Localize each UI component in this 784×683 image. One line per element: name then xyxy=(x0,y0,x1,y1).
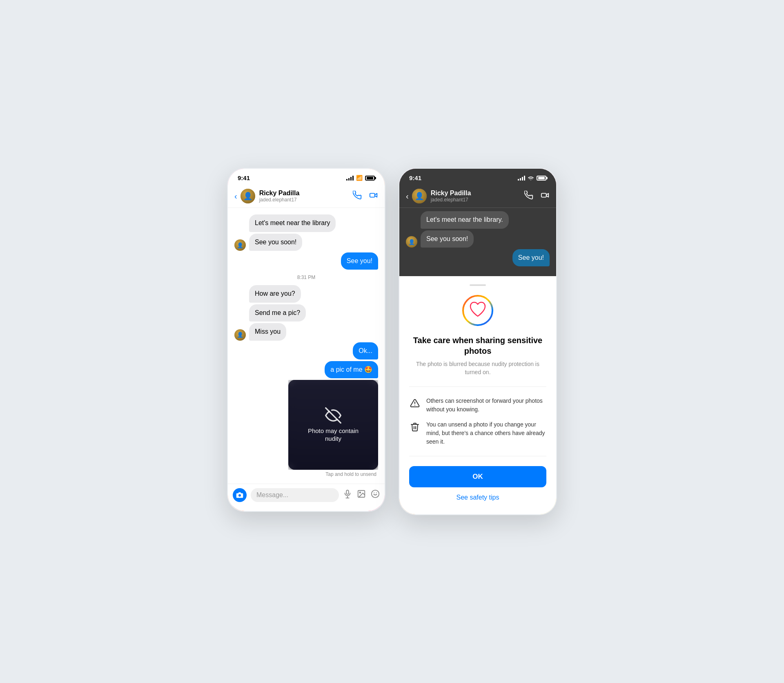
svg-point-2 xyxy=(238,494,241,497)
left-phone: 9:41 📶 ‹ 👤 Ricky Padilla jaded.elephant1… xyxy=(227,167,386,512)
contact-avatar: 👤 xyxy=(241,189,255,203)
bottom-sheet: Take care when sharing sensitive photos … xyxy=(399,276,556,514)
right-contact-username: jaded.elephant17 xyxy=(431,197,524,203)
trash-icon xyxy=(409,421,421,433)
message-row-7: Ok... xyxy=(234,342,378,359)
message-7: Ok... xyxy=(353,342,378,359)
safety-tips-link[interactable]: See safety tips xyxy=(409,494,546,501)
message-5: Send me a pic? xyxy=(249,304,306,321)
message-6: Miss you xyxy=(249,323,286,340)
signal-icon xyxy=(346,176,354,181)
message-2: See you soon! xyxy=(249,234,302,251)
contact-info: Ricky Padilla jaded.elephant17 xyxy=(259,190,353,203)
header-actions xyxy=(353,191,378,202)
svg-rect-3 xyxy=(346,490,349,494)
message-row-3: See you! xyxy=(234,252,378,270)
right-status-time: 9:41 xyxy=(409,174,421,181)
camera-button[interactable] xyxy=(233,488,247,502)
right-header-actions xyxy=(524,191,550,202)
tap-unsend-label: Tap and hold to unsend xyxy=(325,471,378,477)
photo-library-icon[interactable] xyxy=(357,489,366,501)
right-contact-avatar: 👤 xyxy=(412,189,427,203)
dark-message-2: See you soon! xyxy=(421,230,474,248)
wifi-icon: 📶 xyxy=(356,175,363,181)
right-battery-icon xyxy=(537,176,546,181)
photo-message[interactable]: Photo may containnudity xyxy=(288,380,378,470)
left-status-time: 9:41 xyxy=(238,174,250,181)
right-status-bar: 9:41 xyxy=(399,169,556,185)
right-wifi-icon xyxy=(528,174,534,181)
eye-slash-icon xyxy=(325,407,341,424)
sheet-divider-1 xyxy=(409,386,546,387)
left-messages-area: Let's meet near the library 👤 See you so… xyxy=(228,208,385,484)
dark-msg-row-3: See you! xyxy=(406,249,550,266)
right-chat-header: ‹ 👤 Ricky Padilla jaded.elephant17 xyxy=(399,185,556,208)
left-status-icons: 📶 xyxy=(346,175,375,181)
contact-username: jaded.elephant17 xyxy=(259,197,353,203)
timestamp-1: 8:31 PM xyxy=(234,271,378,283)
camera-icon xyxy=(236,491,243,499)
dark-msg-row-1: Let's meet near the library. xyxy=(406,211,550,228)
call-button[interactable] xyxy=(353,191,362,202)
svg-point-11 xyxy=(463,296,492,325)
input-bar: Message... xyxy=(228,484,385,506)
right-dark-messages: Let's meet near the library. 👤 See you s… xyxy=(399,208,556,270)
sheet-item-1-text: Others can screenshot or forward your ph… xyxy=(426,397,546,414)
microphone-icon[interactable] xyxy=(343,489,352,501)
message-row-1: Let's meet near the library xyxy=(234,214,378,232)
sheet-divider-2 xyxy=(409,456,546,456)
battery-icon xyxy=(365,176,375,181)
svg-rect-10 xyxy=(541,193,546,197)
right-contact-info: Ricky Padilla jaded.elephant17 xyxy=(431,190,524,203)
right-phone: 9:41 xyxy=(398,167,557,515)
dark-small-avatar: 👤 xyxy=(406,236,417,248)
sheet-item-2-text: You can unsend a photo if you change you… xyxy=(426,420,546,446)
sheet-handle xyxy=(470,284,486,286)
message-row-8: a pic of me 🤩 xyxy=(234,361,378,378)
dark-msg-row-2: 👤 See you soon! xyxy=(406,230,550,248)
message-4: How are you? xyxy=(249,285,301,302)
right-back-button[interactable]: ‹ xyxy=(406,192,409,201)
left-chat-header: ‹ 👤 Ricky Padilla jaded.elephant17 xyxy=(228,185,385,208)
left-status-bar: 9:41 📶 xyxy=(228,169,385,185)
right-dark-section: 9:41 xyxy=(399,169,556,276)
back-button[interactable]: ‹ xyxy=(234,192,237,201)
warning-icon xyxy=(409,397,421,409)
photo-content: Photo may containnudity xyxy=(308,407,359,443)
right-video-button[interactable] xyxy=(541,191,550,202)
right-status-icons xyxy=(518,174,546,181)
dark-message-3: See you! xyxy=(512,249,550,266)
svg-rect-0 xyxy=(370,193,375,197)
message-row-4: How are you? xyxy=(234,285,378,302)
message-row-6: 👤 Miss you xyxy=(234,323,378,340)
message-8: a pic of me 🤩 xyxy=(325,361,378,378)
right-signal-icon xyxy=(518,176,525,181)
photo-message-container[interactable]: Photo may containnudity Tap and hold to … xyxy=(234,380,378,477)
sheet-icon-container xyxy=(409,294,546,327)
message-row-2: 👤 See you soon! xyxy=(234,234,378,251)
message-3: See you! xyxy=(341,252,378,270)
right-call-button[interactable] xyxy=(524,191,533,202)
screens-container: 9:41 📶 ‹ 👤 Ricky Padilla jaded.elephant1… xyxy=(227,167,557,515)
right-avatar-icon: 👤 xyxy=(415,192,424,201)
message-input[interactable]: Message... xyxy=(251,488,339,502)
right-contact-name: Ricky Padilla xyxy=(431,190,524,197)
heart-circle-icon xyxy=(461,294,494,327)
svg-point-8 xyxy=(372,490,379,498)
video-button[interactable] xyxy=(369,191,378,202)
avatar-icon: 👤 xyxy=(243,192,252,201)
small-avatar-1: 👤 xyxy=(234,239,246,251)
sheet-item-1: Others can screenshot or forward your ph… xyxy=(409,393,546,417)
message-row-5: Send me a pic? xyxy=(234,304,378,321)
sheet-item-2: You can unsend a photo if you change you… xyxy=(409,417,546,449)
photo-label: Photo may containnudity xyxy=(308,427,359,443)
dark-message-1: Let's meet near the library. xyxy=(421,211,509,228)
ok-button[interactable]: OK xyxy=(409,466,546,487)
sticker-icon[interactable] xyxy=(371,489,380,501)
sheet-title: Take care when sharing sensitive photos xyxy=(409,335,546,356)
contact-name: Ricky Padilla xyxy=(259,190,353,197)
input-actions xyxy=(343,489,380,501)
message-1: Let's meet near the library xyxy=(249,214,336,232)
svg-point-7 xyxy=(359,492,361,493)
sheet-subtitle: The photo is blurred because nudity prot… xyxy=(409,360,546,376)
